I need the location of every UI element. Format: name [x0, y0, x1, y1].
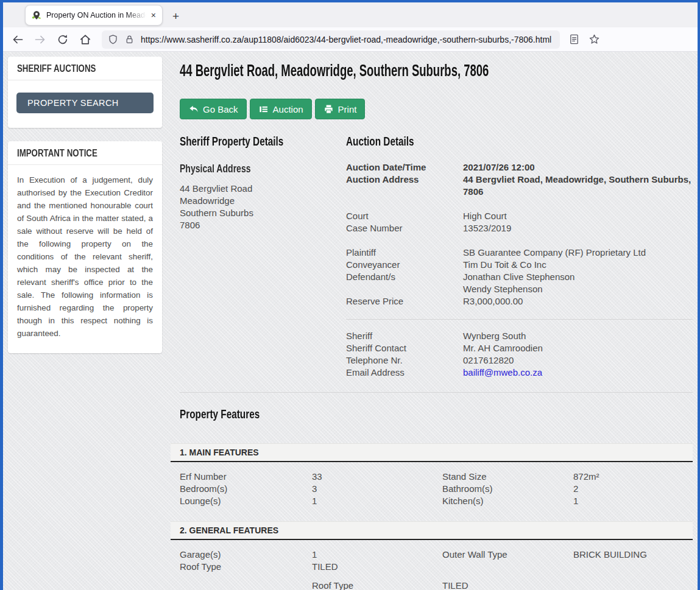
feature-label: Erf Number — [180, 471, 312, 483]
back-icon[interactable] — [12, 33, 24, 46]
property-features-heading: Property Features — [180, 407, 693, 424]
feature-value — [573, 580, 693, 590]
feature-value: 3 — [312, 483, 442, 495]
browser-tab[interactable]: Property ON Auction in Meadow × — [25, 5, 163, 26]
feature-value: 1 — [312, 549, 442, 561]
lock-icon[interactable] — [124, 34, 135, 44]
physical-address-heading: Physical Address — [180, 163, 346, 177]
page-content: SHERIFF AUCTIONS PROPERTY SEARCH IMPORTA… — [3, 52, 698, 590]
page-title: 44 Bergvliet Road, Meadowridge, Southern… — [180, 61, 693, 83]
important-notice-card: IMPORTANT NOTICE In Execution of a judge… — [8, 141, 162, 353]
sheriff-value: Wynberg South — [463, 330, 693, 342]
sheriff-auctions-card: SHERIFF AUCTIONS PROPERTY SEARCH — [8, 57, 162, 128]
printer-icon — [323, 104, 334, 114]
browser-window: Property ON Auction in Meadow × + https:… — [0, 0, 700, 590]
main-features-title: 1. MAIN FEATURES — [180, 448, 259, 457]
site-favicon-map-pin-icon — [32, 10, 41, 20]
court-label: Court — [346, 210, 463, 222]
reserve-price-value: R3,000,000.00 — [463, 295, 693, 307]
divider — [346, 319, 693, 320]
shield-icon[interactable] — [108, 34, 118, 44]
feature-label — [180, 580, 312, 590]
feature-value: 1 — [312, 495, 442, 507]
telephone-value: 0217612820 — [463, 354, 693, 367]
go-back-button[interactable]: Go Back — [180, 99, 247, 119]
sheriff-group: SheriffWynberg South Sheriff ContactMr. … — [346, 330, 693, 379]
case-number-value: 13523/2019 — [463, 222, 693, 234]
property-search-button[interactable]: PROPERTY SEARCH — [16, 93, 154, 113]
feature-value: 872m² — [573, 471, 693, 483]
sheriff-property-details: Sheriff Property Details Physical Addres… — [180, 134, 346, 379]
feature-label: Roof Type — [312, 580, 442, 590]
sheriff-contact-label: Sheriff Contact — [346, 342, 463, 354]
feature-value: 1 — [573, 495, 693, 507]
defendant-name: Wendy Stephenson — [463, 283, 693, 295]
bookmark-star-icon[interactable] — [589, 33, 600, 45]
tab-close-icon[interactable]: × — [149, 10, 158, 20]
table-row: Roof Type TILED — [180, 580, 693, 590]
feature-value: TILED — [442, 580, 573, 590]
sidebar: SHERIFF AUCTIONS PROPERTY SEARCH IMPORTA… — [8, 57, 162, 367]
conveyancer-value: Tim Du Toit & Co Inc — [463, 259, 693, 271]
case-number-label: Case Number — [346, 222, 463, 234]
home-icon[interactable] — [79, 33, 91, 46]
feature-value: TILED — [312, 561, 442, 573]
address-line: Southern Suburbs — [180, 207, 346, 219]
address-line: Meadowridge — [180, 195, 346, 207]
parties-group: PlaintiffSB Guarantee Company (RF) Propr… — [346, 247, 693, 307]
main-features-table: Erf Number 33 Stand Size 872m² Bedroom(s… — [171, 471, 693, 507]
forward-icon[interactable] — [34, 33, 46, 46]
auction-datetime-value: 2021/07/26 12:00 — [463, 161, 693, 174]
feature-label: Kitchen(s) — [442, 495, 573, 507]
browser-toolbar: https://www.sasheriff.co.za/aup11808/aid… — [3, 27, 698, 52]
table-row: Lounge(s) 1 Kitchen(s) 1 — [180, 495, 693, 507]
physical-address: 44 Bergvliet Road Meadowridge Southern S… — [180, 183, 346, 231]
table-row: Erf Number 33 Stand Size 872m² — [180, 471, 693, 483]
auction-when-where-group: Auction Date/Time2021/07/26 12:00 Auctio… — [346, 161, 693, 198]
important-notice-title: IMPORTANT NOTICE — [17, 148, 97, 159]
conveyancer-label: Conveyancer — [346, 259, 463, 271]
general-features-section-header: 2. GENERAL FEATURES — [171, 521, 693, 540]
reply-arrow-icon — [188, 104, 199, 114]
court-group: CourtHigh Court Case Number13523/2019 — [346, 210, 693, 234]
defendant-label: Defendant/s — [346, 271, 463, 295]
defendant-values: Jonathan Clive Stephenson Wendy Stephens… — [463, 271, 693, 295]
auction-address-label: Auction Address — [346, 174, 463, 198]
feature-label: Garage(s) — [180, 549, 312, 561]
divider — [180, 392, 693, 393]
plaintiff-value: SB Guarantee Company (RF) Proprietary Lt… — [463, 247, 693, 259]
plaintiff-label: Plaintiff — [346, 247, 463, 259]
url-bar[interactable]: https://www.sasheriff.co.za/aup11808/aid… — [102, 30, 560, 49]
feature-value: BRICK BUILDING — [573, 549, 693, 561]
auction-details-heading: Auction Details — [346, 134, 693, 151]
feature-label: Bathroom(s) — [442, 483, 573, 495]
auction-details: Auction Details Auction Date/Time2021/07… — [346, 134, 693, 379]
main-features-section-header: 1. MAIN FEATURES — [171, 443, 693, 462]
address-line: 7806 — [180, 219, 346, 231]
email-label: Email Address — [346, 367, 463, 379]
print-button[interactable]: Print — [315, 99, 366, 119]
auction-button[interactable]: Auction — [250, 99, 312, 119]
main-content: 44 Bergvliet Road, Meadowridge, Southern… — [171, 57, 693, 590]
action-buttons: Go Back Auction Print — [180, 99, 693, 119]
auction-address-value: 44 Bergvliet Road, Meadowridge, Southern… — [463, 174, 693, 198]
feature-value: 33 — [312, 471, 442, 483]
sheriff-auctions-header: SHERIFF AUCTIONS — [8, 57, 162, 80]
feature-value — [573, 561, 693, 573]
email-link[interactable]: bailiff@mweb.co.za — [463, 367, 693, 379]
sheriff-property-details-heading: Sheriff Property Details — [180, 134, 346, 151]
table-row: Garage(s) 1 Outer Wall Type BRICK BUILDI… — [180, 549, 693, 561]
list-icon — [258, 104, 269, 114]
defendant-name: Jonathan Clive Stephenson — [463, 271, 693, 283]
feature-label: Bedroom(s) — [180, 483, 312, 495]
new-tab-button[interactable]: + — [172, 10, 179, 22]
sheriff-auctions-title: SHERIFF AUCTIONS — [17, 63, 96, 74]
reader-mode-icon[interactable] — [568, 33, 580, 45]
reload-icon[interactable] — [57, 33, 69, 46]
tab-title: Property ON Auction in Meadow — [46, 11, 149, 19]
feature-label — [442, 561, 573, 573]
telephone-label: Telephone Nr. — [346, 354, 463, 367]
table-row: Bedroom(s) 3 Bathroom(s) 2 — [180, 483, 693, 495]
general-features-table: Garage(s) 1 Outer Wall Type BRICK BUILDI… — [171, 549, 693, 590]
important-notice-text: In Execution of a judgement, duly author… — [8, 165, 162, 353]
